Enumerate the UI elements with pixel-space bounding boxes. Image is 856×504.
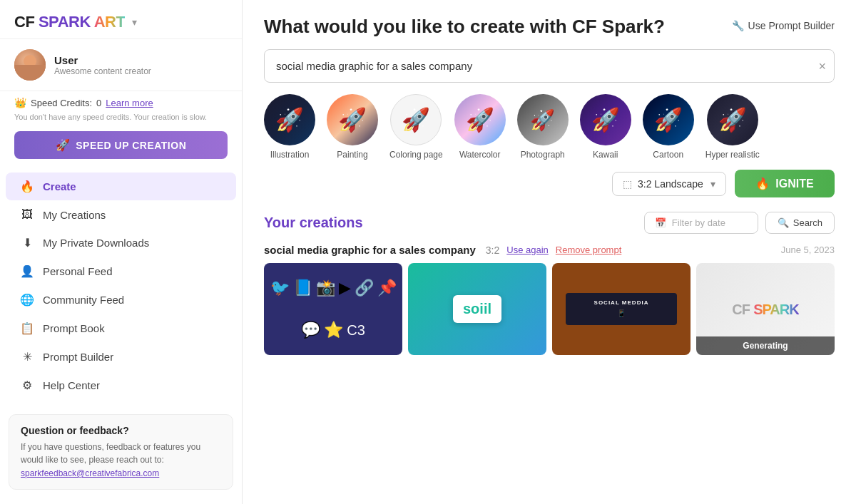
rocket-hyper-icon: 🚀 — [718, 106, 747, 133]
controls-row: ⬚ 3:2 Landscape ▾ 🔥 IGNITE — [243, 160, 856, 197]
date-filter-placeholder: Filter by date — [672, 217, 725, 228]
terms-section: By using the Ignite button I agree with … — [0, 501, 242, 504]
search-button[interactable]: 🔍 Search — [765, 212, 835, 234]
speed-credits-section: 👑 Speed Credits: 0 Learn more — [0, 91, 242, 111]
sidebar-item-create[interactable]: 🔥 Create — [6, 173, 236, 200]
rocket-cartoon-icon: 🚀 — [654, 106, 683, 133]
creation-prompt-text: social media graphic for a sales company — [264, 244, 476, 256]
style-coloring-label: Coloring page — [389, 150, 443, 160]
rocket-illustration-icon: 🚀 — [275, 106, 304, 133]
style-circle-cartoon: 🚀 — [643, 94, 694, 145]
creations-section: Your creations 📅 Filter by date 🔍 Search… — [243, 197, 856, 365]
style-cartoon-label: Cartoon — [653, 150, 683, 160]
fire-icon: 🔥 — [20, 180, 34, 193]
avatar-image — [14, 49, 46, 81]
style-cartoon[interactable]: 🚀 Cartoon — [643, 94, 694, 160]
images-grid: 🐦 📘 📸 ▶ 🔗 📌 💬 ⭐ C3 soiil — [264, 263, 835, 355]
creation-ratio: 3:2 — [486, 245, 499, 256]
style-circle-painting: 🚀 — [327, 94, 378, 145]
creation-entry: social media graphic for a sales company… — [264, 244, 835, 355]
use-again-button[interactable]: Use again — [506, 245, 549, 255]
sidebar-item-private-downloads[interactable]: ⬇ My Private Downloads — [6, 229, 236, 257]
style-coloring[interactable]: 🚀 Coloring page — [389, 94, 443, 160]
sidebar-item-my-creations[interactable]: 🖼 My Creations — [6, 201, 236, 228]
generated-image-3[interactable]: SOCIAL MEDDIA📱 — [552, 263, 691, 355]
book-icon: 📋 — [20, 322, 34, 335]
search-icon: 🔍 — [778, 217, 789, 228]
creation-date: June 5, 2023 — [781, 245, 835, 255]
style-circle-coloring: 🚀 — [390, 94, 442, 145]
creations-header: Your creations 📅 Filter by date 🔍 Search — [264, 212, 835, 234]
style-circle-illustration: 🚀 — [264, 94, 315, 145]
filter-row: 📅 Filter by date 🔍 Search — [644, 212, 835, 234]
person-icon: 👤 — [20, 264, 34, 278]
prompt-builder-link[interactable]: 🔧 Use Prompt Builder — [732, 16, 835, 31]
rocket-photograph-icon: 🚀 — [530, 108, 555, 132]
style-kawaii[interactable]: 🚀 Kawaii — [580, 94, 631, 160]
clear-prompt-button[interactable]: × — [818, 60, 826, 73]
ratio-selector[interactable]: ⬚ 3:2 Landscape ▾ — [612, 172, 726, 196]
prompt-input[interactable] — [264, 49, 835, 83]
style-watercolor-label: Watercolor — [459, 150, 501, 160]
style-circle-photograph: 🚀 — [517, 94, 569, 145]
style-kawaii-label: Kawaii — [593, 150, 618, 160]
style-painting-label: Painting — [337, 150, 367, 160]
style-circle-hyperrealistic: 🚀 — [707, 94, 758, 145]
speed-credits-value: 0 — [96, 98, 101, 108]
style-circle-kawaii: 🚀 — [580, 94, 631, 145]
rocket-painting-icon: 🚀 — [338, 106, 367, 133]
nav-section: 🔥 Create 🖼 My Creations ⬇ My Private Dow… — [0, 169, 242, 403]
gear-icon: ⚙ — [20, 379, 34, 392]
style-photograph[interactable]: 🚀 Photograph — [517, 94, 569, 160]
app-logo[interactable]: CF SPARK ART — [14, 13, 125, 31]
download-icon: ⬇ — [20, 236, 34, 250]
speed-up-button[interactable]: 🚀 SPEED UP CREATION — [14, 131, 228, 159]
rocket-watercolor-icon: 🚀 — [466, 106, 494, 133]
nav-create-label: Create — [43, 180, 76, 192]
speed-credits-row: 👑 Speed Credits: 0 Learn more — [14, 97, 228, 108]
chevron-down-icon[interactable]: ▾ — [132, 16, 137, 28]
sidebar-item-community-feed[interactable]: 🌐 Community Feed — [6, 286, 236, 314]
sidebar-item-prompt-builder[interactable]: ✳ Prompt Builder — [6, 343, 236, 371]
nav-promptbook-label: Prompt Book — [43, 322, 105, 334]
style-hyperrealistic-label: Hyper realistic — [705, 150, 760, 160]
ratio-icon: ⬚ — [623, 178, 632, 190]
date-filter[interactable]: 📅 Filter by date — [644, 212, 758, 234]
sidebar-item-personal-feed[interactable]: 👤 Personal Feed — [6, 257, 236, 285]
ratio-label: 3:2 Landscape — [638, 178, 703, 190]
style-illustration[interactable]: 🚀 Illustration — [264, 94, 315, 160]
user-section: User Awesome content creator — [0, 39, 242, 91]
image-icon: 🖼 — [20, 208, 34, 221]
speed-note: You don't have any speed credits. Your c… — [0, 113, 242, 127]
nav-creations-label: My Creations — [43, 209, 106, 221]
generating-overlay: Generating — [696, 336, 835, 355]
ignite-button[interactable]: 🔥 IGNITE — [735, 170, 835, 197]
generated-image-1[interactable]: 🐦 📘 📸 ▶ 🔗 📌 💬 ⭐ C3 — [264, 263, 402, 355]
chevron-down-icon: ▾ — [710, 178, 715, 190]
logo-cf-text: CF — [14, 13, 34, 31]
style-hyperrealistic[interactable]: 🚀 Hyper realistic — [705, 94, 760, 160]
learn-more-link[interactable]: Learn more — [106, 98, 153, 108]
generated-image-2[interactable]: soiil — [408, 263, 546, 355]
sidebar-header: CF SPARK ART ▾ — [0, 0, 242, 39]
sidebar-item-help-center[interactable]: ⚙ Help Center — [6, 371, 236, 399]
rocket-icon: 🚀 — [56, 138, 71, 152]
remove-prompt-button[interactable]: Remove prompt — [556, 245, 621, 255]
style-painting[interactable]: 🚀 Painting — [327, 94, 378, 160]
creation-meta: social media graphic for a sales company… — [264, 244, 835, 256]
sidebar-item-prompt-book[interactable]: 📋 Prompt Book — [6, 314, 236, 342]
user-name: User — [54, 54, 151, 66]
main-content: What would you like to create with CF Sp… — [243, 0, 856, 504]
logo-spark-text: SPARK — [34, 13, 93, 31]
style-row: 🚀 Illustration 🚀 Painting 🚀 Coloring pag… — [243, 83, 856, 160]
style-watercolor[interactable]: 🚀 Watercolor — [454, 94, 506, 160]
feedback-text: If you have questions, feedback or featu… — [21, 441, 221, 466]
nav-downloads-label: My Private Downloads — [43, 237, 149, 249]
feedback-box: Question or feedback? If you have questi… — [9, 414, 233, 490]
generated-image-4[interactable]: CF SPARK Generating — [696, 263, 835, 355]
feedback-email-link[interactable]: sparkfeedback@creativefabrica.com — [21, 468, 159, 478]
speed-credits-label: Speed Credits: — [31, 98, 92, 108]
sidebar: CF SPARK ART ▾ User Awesome content crea… — [0, 0, 243, 504]
style-photograph-label: Photograph — [521, 150, 565, 160]
nav-builder-label: Prompt Builder — [43, 351, 113, 363]
